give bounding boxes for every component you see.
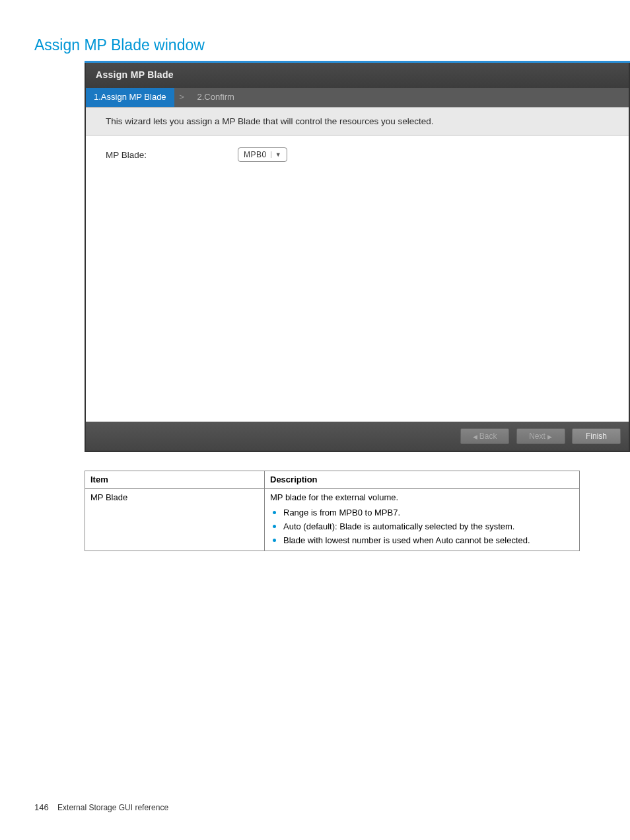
- triangle-left-icon: ◀: [473, 434, 479, 440]
- step-1-assign[interactable]: 1.Assign MP Blade: [86, 88, 174, 107]
- wizard-title: Assign MP Blade: [86, 63, 629, 88]
- mp-blade-select[interactable]: MPB0 ▼: [238, 147, 287, 162]
- table-header-row: Item Description: [85, 471, 580, 489]
- triangle-right-icon: ▶: [545, 434, 552, 440]
- step-separator: >: [176, 92, 187, 102]
- cell-item: MP Blade: [85, 489, 265, 551]
- wizard-form-area: MP Blade: MPB0 ▼: [86, 135, 629, 422]
- description-table: Item Description MP Blade MP blade for t…: [85, 471, 580, 551]
- next-button[interactable]: Next▶: [516, 428, 565, 444]
- wizard-steps: 1.Assign MP Blade > 2.Confirm: [86, 88, 629, 107]
- back-button[interactable]: ◀Back: [460, 428, 509, 444]
- desc-bullets: Range is from MPB0 to MPB7. Auto (defaul…: [270, 505, 574, 547]
- list-item: Blade with lowest number is used when Au…: [283, 533, 574, 547]
- desc-lead: MP blade for the external volume.: [270, 492, 574, 502]
- wizard-intro-text: This wizard lets you assign a MP Blade t…: [86, 107, 629, 135]
- chevron-down-icon[interactable]: ▼: [271, 151, 284, 158]
- finish-button-label: Finish: [586, 432, 607, 441]
- th-description: Description: [265, 471, 580, 489]
- step-2-confirm: 2.Confirm: [189, 88, 242, 107]
- wizard-window: Assign MP Blade 1.Assign MP Blade > 2.Co…: [85, 61, 630, 452]
- wizard-footer: ◀Back Next▶ Finish: [86, 422, 629, 451]
- page-footer: 146 External Storage GUI reference: [34, 802, 168, 812]
- page-footer-text: External Storage GUI reference: [57, 803, 168, 812]
- mp-blade-row: MP Blade: MPB0 ▼: [106, 147, 609, 162]
- mp-blade-select-value: MPB0: [244, 150, 271, 159]
- table-row: MP Blade MP blade for the external volum…: [85, 489, 580, 551]
- page-number: 146: [34, 802, 55, 812]
- mp-blade-label: MP Blade:: [106, 150, 238, 160]
- next-button-label: Next: [529, 432, 545, 441]
- finish-button[interactable]: Finish: [572, 428, 621, 444]
- back-button-label: Back: [479, 432, 497, 441]
- cell-description: MP blade for the external volume. Range …: [265, 489, 580, 551]
- list-item: Range is from MPB0 to MPB7.: [283, 505, 574, 519]
- th-item: Item: [85, 471, 265, 489]
- page-title: Assign MP Blade window: [0, 0, 630, 54]
- list-item: Auto (default): Blade is automatically s…: [283, 519, 574, 533]
